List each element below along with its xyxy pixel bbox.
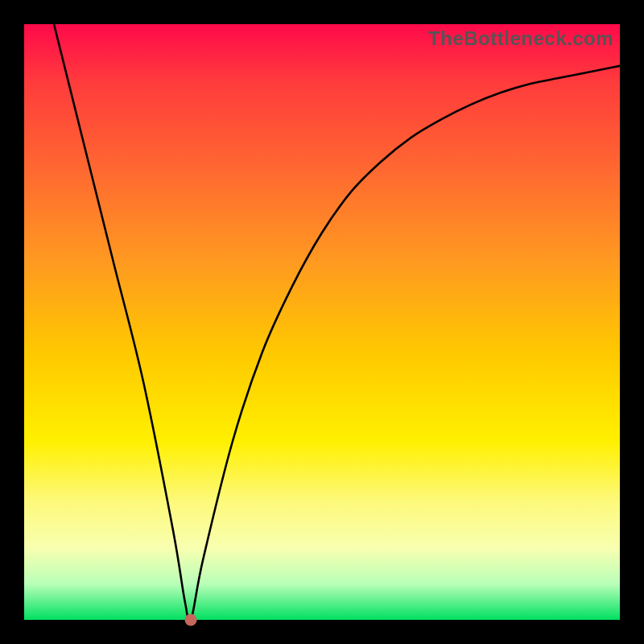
watermark-text: TheBottleneck.com [428,27,613,50]
chart-frame: TheBottleneck.com [0,0,644,644]
bottleneck-curve [54,24,620,620]
plot-area: TheBottleneck.com [24,24,620,620]
curve-layer [24,24,620,620]
minimum-marker-dot [185,614,197,626]
